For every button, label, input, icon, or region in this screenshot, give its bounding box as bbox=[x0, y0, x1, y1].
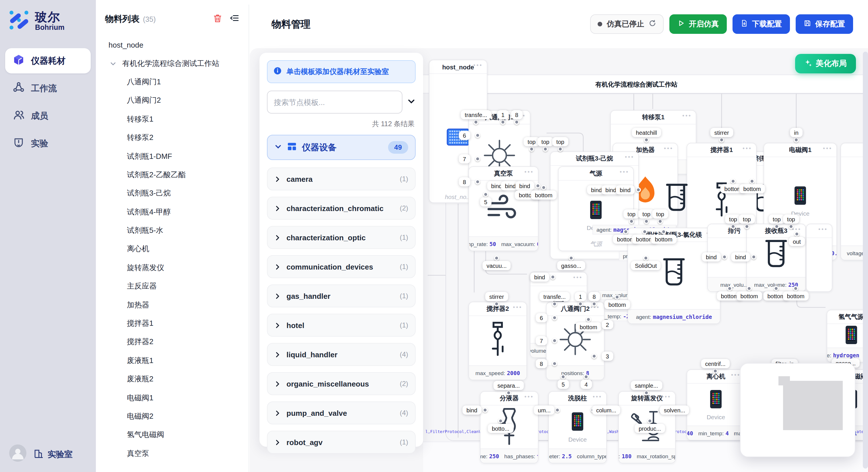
port-dot-icon[interactable] bbox=[552, 301, 557, 307]
port-pill-1[interactable]: 1 bbox=[575, 292, 586, 301]
scrollbar[interactable] bbox=[863, 52, 868, 469]
port-pill-bottom[interactable]: bottom bbox=[739, 184, 765, 193]
sidebar-item-workflow[interactable]: 工作流 bbox=[5, 76, 91, 101]
node-menu-icon[interactable]: ••• bbox=[524, 169, 534, 175]
tree-item[interactable]: 氢气电磁阀 bbox=[100, 426, 244, 444]
template-item-liquid_handler[interactable]: liquid_handler(4) bbox=[267, 343, 415, 366]
port-dot-icon[interactable] bbox=[747, 286, 752, 291]
port-pill-centrif[interactable]: centrif... bbox=[701, 359, 730, 368]
port-dot-icon[interactable] bbox=[722, 255, 727, 260]
tree-item[interactable]: 转移泵2 bbox=[100, 129, 244, 147]
port-pill-bottom[interactable]: bottom bbox=[576, 322, 601, 332]
port-pill-stirrer[interactable]: stirrer bbox=[485, 292, 508, 301]
port-pill-separa[interactable]: separa... bbox=[493, 381, 524, 390]
avatar[interactable] bbox=[9, 444, 26, 464]
port-pill-in[interactable]: in bbox=[790, 128, 803, 137]
port-dot-icon[interactable] bbox=[494, 256, 499, 261]
port-dot-icon[interactable] bbox=[788, 224, 794, 229]
port-dot-icon[interactable] bbox=[555, 407, 560, 413]
port-pill-bottom[interactable]: bottom bbox=[783, 291, 808, 301]
node-menu-icon[interactable]: ••• bbox=[731, 372, 741, 378]
tree-item[interactable]: 试剂瓶5-水 bbox=[100, 222, 244, 240]
port-pill-bind[interactable]: bind bbox=[702, 252, 721, 262]
port-dot-icon[interactable] bbox=[774, 224, 779, 229]
tree-item[interactable]: 电磁阀1 bbox=[100, 389, 244, 407]
port-dot-icon[interactable] bbox=[642, 229, 647, 234]
node-menu-icon[interactable]: ••• bbox=[513, 304, 522, 310]
template-item-robot_agv[interactable]: robot_agv(1) bbox=[267, 431, 415, 453]
tree-item[interactable]: 转移泵1 bbox=[100, 110, 244, 129]
port-pill-6[interactable]: 6 bbox=[536, 313, 547, 322]
node-menu-icon[interactable]: ••• bbox=[823, 145, 832, 151]
tree-item[interactable]: 搅拌器2 bbox=[100, 333, 244, 351]
port-dot-icon[interactable] bbox=[550, 274, 555, 279]
port-pill-top[interactable]: top bbox=[769, 214, 785, 224]
port-pill-transfe[interactable]: transfe... bbox=[539, 292, 570, 301]
template-item-characterization_chromatic[interactable]: characterization_chromatic(2) bbox=[267, 197, 415, 220]
port-pill-colum[interactable]: colum... bbox=[592, 405, 620, 415]
canvas-node-氢气气源[interactable]: 氢气气源•••_type:hydrogenmax_pre bbox=[827, 310, 868, 363]
template-item-organic_miscellaneous[interactable]: organic_miscellaneous(2) bbox=[267, 372, 415, 395]
node-menu-icon[interactable]: ••• bbox=[573, 274, 583, 280]
brand-logo[interactable]: 玻尔 Bohrium bbox=[0, 0, 96, 33]
port-dot-icon[interactable] bbox=[644, 219, 649, 224]
port-pill-1[interactable]: 1 bbox=[497, 110, 508, 119]
port-pill-4[interactable]: 4 bbox=[580, 380, 592, 389]
port-pill-top[interactable]: top bbox=[623, 209, 640, 218]
tree-item[interactable]: 试剂瓶2-乙酸乙酯 bbox=[100, 165, 244, 184]
port-dot-icon[interactable] bbox=[647, 418, 652, 424]
port-pill-bind[interactable]: bind bbox=[462, 405, 482, 415]
port-dot-icon[interactable] bbox=[483, 192, 488, 197]
port-dot-icon[interactable] bbox=[543, 146, 548, 152]
port-dot-icon[interactable] bbox=[629, 219, 634, 224]
sidebar-item-experiment[interactable]: 实验 bbox=[5, 131, 91, 156]
search-input[interactable] bbox=[267, 91, 402, 113]
port-dot-icon[interactable] bbox=[592, 353, 597, 359]
port-dot-icon[interactable] bbox=[529, 146, 534, 152]
tree-item[interactable]: 离心机 bbox=[100, 240, 244, 259]
port-dot-icon[interactable] bbox=[731, 179, 736, 184]
port-pill-top[interactable]: top bbox=[537, 137, 553, 146]
port-dot-icon[interactable] bbox=[749, 179, 755, 184]
port-pill-SolidOut[interactable]: SolidOut bbox=[631, 261, 661, 270]
tree-item[interactable]: 八通阀门1 bbox=[100, 73, 244, 92]
port-pill-bind[interactable]: bind bbox=[515, 181, 534, 191]
port-pill-bottom[interactable]: bottom bbox=[736, 291, 762, 301]
node-menu-icon[interactable]: ••• bbox=[473, 62, 483, 68]
port-pill-7[interactable]: 7 bbox=[536, 336, 547, 345]
port-dot-icon[interactable] bbox=[623, 229, 628, 234]
port-dot-icon[interactable] bbox=[744, 224, 749, 229]
port-pill-3[interactable]: 3 bbox=[601, 351, 613, 361]
chevron-down-icon[interactable] bbox=[407, 97, 415, 107]
sidebar-item-cube[interactable]: 仪器耗材 bbox=[5, 48, 91, 73]
canvas-node-真空泵[interactable]: 真空泵•••pump_rate:50max_vacuum:0.1 bbox=[468, 166, 538, 251]
tree-item[interactable]: 试剂瓶4-甲醇 bbox=[100, 203, 244, 222]
port-dot-icon[interactable] bbox=[661, 229, 666, 234]
port-pill-top[interactable]: top bbox=[552, 137, 568, 146]
port-pill-out[interactable]: out bbox=[789, 237, 805, 246]
minimap[interactable] bbox=[740, 363, 856, 457]
port-pill-transfe[interactable]: transfe... bbox=[461, 110, 491, 119]
sidebar-item-lab[interactable]: 实验室 bbox=[33, 448, 73, 460]
port-pill-bottom[interactable]: bottom bbox=[604, 300, 630, 309]
beautify-layout-button[interactable]: 美化布局 bbox=[795, 54, 856, 73]
port-pill-stirrer[interactable]: stirrer bbox=[710, 128, 733, 137]
canvas-node-洗脱柱[interactable]: 洗脱柱•••Devicediameter:2.5column_type:si bbox=[548, 391, 607, 463]
port-pill-botto[interactable]: botto... bbox=[488, 424, 513, 433]
node-menu-icon[interactable]: ••• bbox=[664, 145, 673, 151]
port-pill-produc[interactable]: produc... bbox=[634, 424, 665, 433]
canvas-node-搅拌器2[interactable]: 搅拌器2•••max_speed:2000 bbox=[468, 302, 527, 380]
port-pill-2[interactable]: 2 bbox=[601, 320, 613, 329]
node-menu-icon[interactable]: ••• bbox=[662, 394, 671, 400]
port-pill-6[interactable]: 6 bbox=[459, 131, 470, 140]
port-dot-icon[interactable] bbox=[644, 390, 649, 396]
port-pill-sample[interactable]: sample... bbox=[631, 381, 662, 390]
port-dot-icon[interactable] bbox=[636, 187, 641, 193]
tree-item[interactable]: 电磁阀2 bbox=[100, 407, 244, 426]
tree-item[interactable]: 搅拌器1 bbox=[100, 314, 244, 333]
tree-item[interactable]: 旋转蒸发仪 bbox=[100, 258, 244, 277]
port-dot-icon[interactable] bbox=[584, 374, 589, 379]
chevron-down-icon[interactable] bbox=[110, 60, 118, 67]
port-dot-icon[interactable] bbox=[586, 317, 591, 322]
template-item-camera[interactable]: camera(1) bbox=[267, 167, 415, 191]
